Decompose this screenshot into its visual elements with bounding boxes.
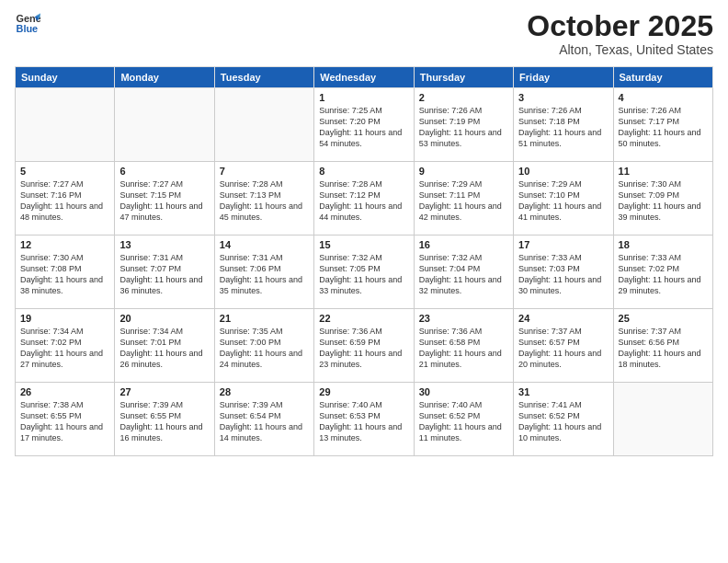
day-info: Sunrise: 7:26 AM Sunset: 7:19 PM Dayligh…: [419, 105, 508, 150]
day-number: 18: [619, 239, 708, 250]
day-info: Sunrise: 7:25 AM Sunset: 7:20 PM Dayligh…: [319, 105, 408, 150]
logo: General Blue General Blue: [15, 11, 40, 37]
calendar-cell: [115, 88, 214, 162]
day-number: 22: [319, 313, 408, 324]
day-number: 8: [319, 166, 408, 177]
day-info: Sunrise: 7:27 AM Sunset: 7:15 PM Dayligh…: [119, 178, 209, 224]
day-number: 29: [319, 386, 408, 397]
calendar-cell: 14Sunrise: 7:31 AM Sunset: 7:06 PM Dayli…: [214, 236, 313, 309]
calendar-cell: 1Sunrise: 7:25 AM Sunset: 7:20 PM Daylig…: [314, 88, 414, 162]
calendar-week-row: 26Sunrise: 7:38 AM Sunset: 6:55 PM Dayli…: [16, 383, 713, 456]
day-info: Sunrise: 7:37 AM Sunset: 6:56 PM Dayligh…: [619, 326, 708, 371]
header: General Blue General Blue October 2025 A…: [15, 11, 713, 57]
calendar-cell: 6Sunrise: 7:27 AM Sunset: 7:15 PM Daylig…: [115, 162, 214, 236]
logo-icon: General Blue: [15, 11, 40, 37]
day-info: Sunrise: 7:40 AM Sunset: 6:52 PM Dayligh…: [419, 399, 508, 444]
day-number: 21: [220, 313, 309, 324]
day-info: Sunrise: 7:36 AM Sunset: 6:58 PM Dayligh…: [419, 326, 508, 371]
day-info: Sunrise: 7:35 AM Sunset: 7:00 PM Dayligh…: [220, 326, 309, 371]
day-info: Sunrise: 7:29 AM Sunset: 7:10 PM Dayligh…: [518, 178, 608, 224]
calendar-cell: 10Sunrise: 7:29 AM Sunset: 7:10 PM Dayli…: [514, 162, 613, 236]
day-number: 16: [419, 239, 508, 250]
calendar-week-row: 5Sunrise: 7:27 AM Sunset: 7:16 PM Daylig…: [16, 162, 713, 236]
col-wednesday: Wednesday: [314, 67, 414, 88]
day-number: 15: [319, 239, 408, 250]
day-number: 31: [518, 386, 608, 397]
svg-text:Blue: Blue: [17, 23, 39, 34]
day-info: Sunrise: 7:32 AM Sunset: 7:04 PM Dayligh…: [419, 252, 508, 297]
day-info: Sunrise: 7:30 AM Sunset: 7:08 PM Dayligh…: [20, 252, 109, 297]
day-number: 23: [419, 313, 508, 324]
day-info: Sunrise: 7:31 AM Sunset: 7:07 PM Dayligh…: [119, 252, 209, 297]
day-number: 10: [518, 166, 608, 177]
day-number: 11: [619, 166, 708, 177]
calendar-cell: 22Sunrise: 7:36 AM Sunset: 6:59 PM Dayli…: [314, 309, 414, 383]
calendar-cell: 29Sunrise: 7:40 AM Sunset: 6:53 PM Dayli…: [314, 383, 414, 456]
day-info: Sunrise: 7:39 AM Sunset: 6:54 PM Dayligh…: [220, 399, 309, 444]
day-info: Sunrise: 7:26 AM Sunset: 7:17 PM Dayligh…: [619, 105, 708, 150]
col-thursday: Thursday: [414, 67, 513, 88]
day-number: 3: [518, 92, 608, 103]
location: Alton, Texas, United States: [527, 42, 713, 57]
day-number: 24: [518, 313, 608, 324]
day-info: Sunrise: 7:31 AM Sunset: 7:06 PM Dayligh…: [220, 252, 309, 297]
calendar-cell: 26Sunrise: 7:38 AM Sunset: 6:55 PM Dayli…: [16, 383, 115, 456]
day-info: Sunrise: 7:30 AM Sunset: 7:09 PM Dayligh…: [619, 178, 708, 224]
day-number: 9: [419, 166, 508, 177]
calendar-cell: 17Sunrise: 7:33 AM Sunset: 7:03 PM Dayli…: [514, 236, 613, 309]
day-number: 19: [20, 313, 109, 324]
day-number: 12: [20, 239, 109, 250]
calendar-cell: 30Sunrise: 7:40 AM Sunset: 6:52 PM Dayli…: [414, 383, 513, 456]
day-info: Sunrise: 7:40 AM Sunset: 6:53 PM Dayligh…: [319, 399, 408, 444]
day-info: Sunrise: 7:41 AM Sunset: 6:52 PM Dayligh…: [518, 399, 608, 444]
day-info: Sunrise: 7:37 AM Sunset: 6:57 PM Dayligh…: [518, 326, 608, 371]
day-info: Sunrise: 7:36 AM Sunset: 6:59 PM Dayligh…: [319, 326, 408, 371]
calendar-cell: [16, 88, 115, 162]
calendar-header-row: Sunday Monday Tuesday Wednesday Thursday…: [16, 67, 713, 88]
title-block: October 2025 Alton, Texas, United States: [527, 11, 713, 57]
day-number: 14: [220, 239, 309, 250]
calendar-table: Sunday Monday Tuesday Wednesday Thursday…: [15, 66, 713, 456]
calendar-cell: [613, 383, 712, 456]
day-number: 27: [119, 386, 209, 397]
day-number: 17: [518, 239, 608, 250]
day-info: Sunrise: 7:26 AM Sunset: 7:18 PM Dayligh…: [518, 105, 608, 150]
calendar-cell: 19Sunrise: 7:34 AM Sunset: 7:02 PM Dayli…: [16, 309, 115, 383]
calendar-cell: 12Sunrise: 7:30 AM Sunset: 7:08 PM Dayli…: [16, 236, 115, 309]
calendar-cell: 16Sunrise: 7:32 AM Sunset: 7:04 PM Dayli…: [414, 236, 513, 309]
day-number: 28: [220, 386, 309, 397]
calendar-cell: 8Sunrise: 7:28 AM Sunset: 7:12 PM Daylig…: [314, 162, 414, 236]
day-number: 30: [419, 386, 508, 397]
calendar-cell: 18Sunrise: 7:33 AM Sunset: 7:02 PM Dayli…: [613, 236, 712, 309]
calendar-cell: 5Sunrise: 7:27 AM Sunset: 7:16 PM Daylig…: [16, 162, 115, 236]
calendar-cell: 9Sunrise: 7:29 AM Sunset: 7:11 PM Daylig…: [414, 162, 513, 236]
calendar-cell: 15Sunrise: 7:32 AM Sunset: 7:05 PM Dayli…: [314, 236, 414, 309]
day-info: Sunrise: 7:27 AM Sunset: 7:16 PM Dayligh…: [20, 178, 109, 224]
day-number: 13: [119, 239, 209, 250]
col-friday: Friday: [514, 67, 613, 88]
day-info: Sunrise: 7:33 AM Sunset: 7:03 PM Dayligh…: [518, 252, 608, 297]
col-saturday: Saturday: [613, 67, 712, 88]
day-info: Sunrise: 7:34 AM Sunset: 7:02 PM Dayligh…: [20, 326, 109, 371]
calendar-cell: 11Sunrise: 7:30 AM Sunset: 7:09 PM Dayli…: [613, 162, 712, 236]
page: General Blue General Blue October 2025 A…: [0, 0, 728, 563]
day-number: 26: [20, 386, 109, 397]
day-number: 2: [419, 92, 508, 103]
calendar-cell: 23Sunrise: 7:36 AM Sunset: 6:58 PM Dayli…: [414, 309, 513, 383]
calendar-cell: 2Sunrise: 7:26 AM Sunset: 7:19 PM Daylig…: [414, 88, 513, 162]
calendar-cell: 25Sunrise: 7:37 AM Sunset: 6:56 PM Dayli…: [613, 309, 712, 383]
day-info: Sunrise: 7:33 AM Sunset: 7:02 PM Dayligh…: [619, 252, 708, 297]
col-sunday: Sunday: [16, 67, 115, 88]
day-info: Sunrise: 7:34 AM Sunset: 7:01 PM Dayligh…: [119, 326, 209, 371]
calendar-cell: 24Sunrise: 7:37 AM Sunset: 6:57 PM Dayli…: [514, 309, 613, 383]
day-number: 4: [619, 92, 708, 103]
calendar-cell: 31Sunrise: 7:41 AM Sunset: 6:52 PM Dayli…: [514, 383, 613, 456]
day-info: Sunrise: 7:32 AM Sunset: 7:05 PM Dayligh…: [319, 252, 408, 297]
calendar-week-row: 12Sunrise: 7:30 AM Sunset: 7:08 PM Dayli…: [16, 236, 713, 309]
calendar-cell: 28Sunrise: 7:39 AM Sunset: 6:54 PM Dayli…: [214, 383, 313, 456]
day-number: 7: [220, 166, 309, 177]
calendar-cell: 21Sunrise: 7:35 AM Sunset: 7:00 PM Dayli…: [214, 309, 313, 383]
day-number: 20: [119, 313, 209, 324]
day-info: Sunrise: 7:38 AM Sunset: 6:55 PM Dayligh…: [20, 399, 109, 444]
col-tuesday: Tuesday: [214, 67, 313, 88]
